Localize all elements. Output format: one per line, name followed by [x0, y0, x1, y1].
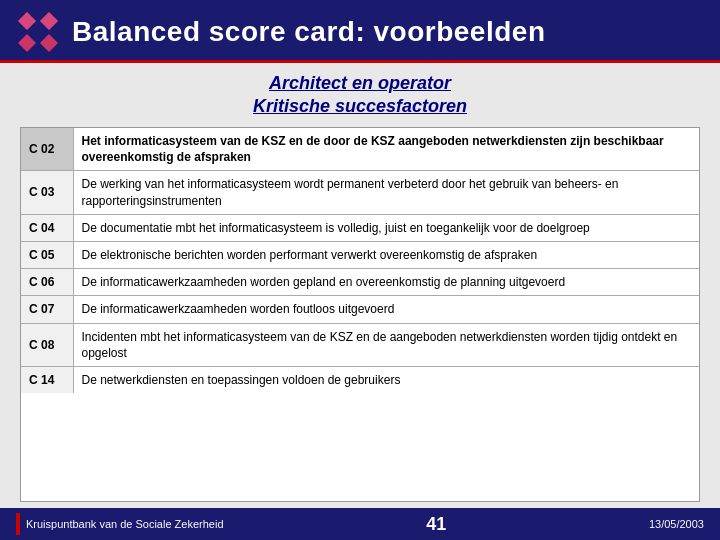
row-description: De informaticawerkzaamheden worden gepla…: [73, 269, 699, 296]
row-code: C 14: [21, 366, 73, 393]
table-row: C 08Incidenten mbt het informaticasystee…: [21, 323, 699, 366]
content-area: Architect en operator Kritische succesfa…: [0, 63, 720, 508]
row-description: De informaticawerkzaamheden worden foutl…: [73, 296, 699, 323]
footer-date: 13/05/2003: [649, 518, 704, 530]
row-description: De documentatie mbt het informaticasyste…: [73, 214, 699, 241]
row-code: C 05: [21, 241, 73, 268]
footer-organization: Kruispuntbank van de Sociale Zekerheid: [26, 518, 224, 530]
table-row: C 04De documentatie mbt het informaticas…: [21, 214, 699, 241]
table-row: C 07De informaticawerkzaamheden worden f…: [21, 296, 699, 323]
scorecard-table: C 02Het informaticasysteem van de KSZ en…: [21, 128, 699, 393]
header-bar: Balanced score card: voorbeelden: [0, 0, 720, 63]
row-description: Het informaticasysteem van de KSZ en de …: [73, 128, 699, 171]
row-code: C 07: [21, 296, 73, 323]
table-container: C 02Het informaticasysteem van de KSZ en…: [20, 127, 700, 502]
row-code: C 02: [21, 128, 73, 171]
footer-left: Kruispuntbank van de Sociale Zekerheid: [16, 513, 224, 535]
table-row: C 14De netwerkdiensten en toepassingen v…: [21, 366, 699, 393]
slide: Balanced score card: voorbeelden Archite…: [0, 0, 720, 540]
footer-page-number: 41: [426, 514, 446, 535]
footer-line-icon: [16, 513, 20, 535]
row-description: De elektronische berichten worden perfor…: [73, 241, 699, 268]
page-title: Balanced score card: voorbeelden: [72, 16, 546, 48]
row-description: Incidenten mbt het informaticasysteem va…: [73, 323, 699, 366]
row-code: C 04: [21, 214, 73, 241]
row-description: De netwerkdiensten en toepassingen voldo…: [73, 366, 699, 393]
row-description: De werking van het informaticasysteem wo…: [73, 171, 699, 214]
table-row: C 03De werking van het informaticasystee…: [21, 171, 699, 214]
table-row: C 06De informaticawerkzaamheden worden g…: [21, 269, 699, 296]
logo-icon: [16, 10, 60, 54]
row-code: C 08: [21, 323, 73, 366]
subtitle-architect: Architect en operator: [20, 73, 700, 94]
footer: Kruispuntbank van de Sociale Zekerheid 4…: [0, 508, 720, 540]
row-code: C 03: [21, 171, 73, 214]
row-code: C 06: [21, 269, 73, 296]
table-row: C 05De elektronische berichten worden pe…: [21, 241, 699, 268]
table-row: C 02Het informaticasysteem van de KSZ en…: [21, 128, 699, 171]
subtitle-kritische: Kritische succesfactoren: [20, 96, 700, 117]
